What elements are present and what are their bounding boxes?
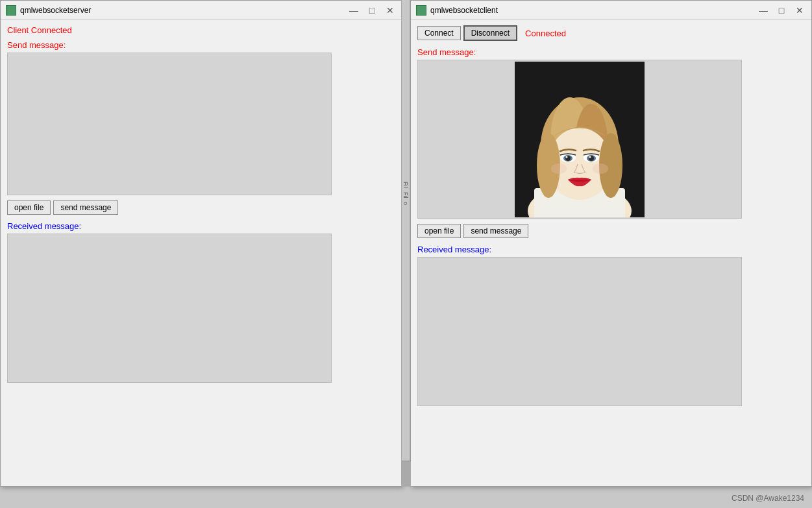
svg-point-19 bbox=[551, 163, 567, 174]
client-connect-button[interactable]: Connect bbox=[417, 26, 461, 40]
svg-point-21 bbox=[567, 186, 593, 197]
portrait-image bbox=[515, 62, 645, 217]
server-send-area[interactable] bbox=[7, 53, 332, 195]
server-window-icon bbox=[6, 5, 16, 16]
middle-strip: Fil Fil o bbox=[401, 0, 410, 487]
server-status-text: Client Connected bbox=[7, 25, 395, 35]
strip-text-2: Fil bbox=[402, 192, 409, 199]
svg-point-17 bbox=[566, 156, 568, 158]
client-send-message-button[interactable]: send message bbox=[463, 224, 528, 238]
client-titlebar: qmlwebsocketclient — □ ✕ bbox=[411, 1, 811, 20]
client-window-title: qmlwebsocketclient bbox=[430, 6, 757, 15]
client-titlebar-buttons: — □ ✕ bbox=[757, 6, 806, 15]
server-minimize-button[interactable]: — bbox=[347, 6, 360, 15]
server-window-title: qmlwebsocketserver bbox=[20, 6, 347, 15]
server-titlebar-buttons: — □ ✕ bbox=[347, 6, 397, 15]
server-close-button[interactable]: ✕ bbox=[384, 6, 397, 15]
client-maximize-button[interactable]: □ bbox=[775, 6, 788, 15]
client-minimize-button[interactable]: — bbox=[757, 6, 770, 15]
client-content: Connect Disconnect Connected Send messag… bbox=[411, 20, 811, 417]
svg-point-18 bbox=[589, 156, 591, 158]
server-receive-area[interactable] bbox=[7, 234, 332, 383]
client-receive-area[interactable] bbox=[417, 257, 742, 406]
server-titlebar: qmlwebsocketserver — □ ✕ bbox=[1, 1, 402, 20]
client-open-file-button[interactable]: open file bbox=[417, 224, 461, 238]
client-connected-status: Connected bbox=[525, 29, 566, 38]
strip-text-3: o bbox=[402, 202, 409, 205]
client-button-row: open file send message bbox=[417, 224, 805, 238]
server-receive-label: Received message: bbox=[7, 221, 395, 231]
client-window: qmlwebsocketclient — □ ✕ Connect Disconn… bbox=[410, 0, 812, 487]
client-receive-label: Received message: bbox=[417, 245, 805, 254]
strip-text-1: Fil bbox=[402, 182, 409, 188]
server-window: qmlwebsocketserver — □ ✕ Client Connecte… bbox=[0, 0, 402, 487]
watermark: CSDN @Awake1234 bbox=[732, 494, 804, 503]
server-button-row: open file send message bbox=[7, 200, 395, 215]
scrollbar-thumb[interactable] bbox=[402, 461, 411, 487]
client-send-area[interactable] bbox=[417, 60, 742, 219]
client-disconnect-button[interactable]: Disconnect bbox=[463, 25, 517, 41]
svg-point-20 bbox=[593, 163, 608, 174]
client-connect-row: Connect Disconnect Connected bbox=[417, 25, 805, 41]
server-send-label: Send message: bbox=[7, 40, 395, 50]
server-content: Client Connected Send message: open file… bbox=[1, 20, 402, 393]
server-open-file-button[interactable]: open file bbox=[7, 200, 51, 215]
server-maximize-button[interactable]: □ bbox=[365, 6, 378, 15]
client-send-label: Send message: bbox=[417, 47, 805, 57]
client-close-button[interactable]: ✕ bbox=[793, 6, 806, 15]
client-window-icon bbox=[416, 5, 426, 16]
server-send-message-button[interactable]: send message bbox=[53, 200, 118, 215]
